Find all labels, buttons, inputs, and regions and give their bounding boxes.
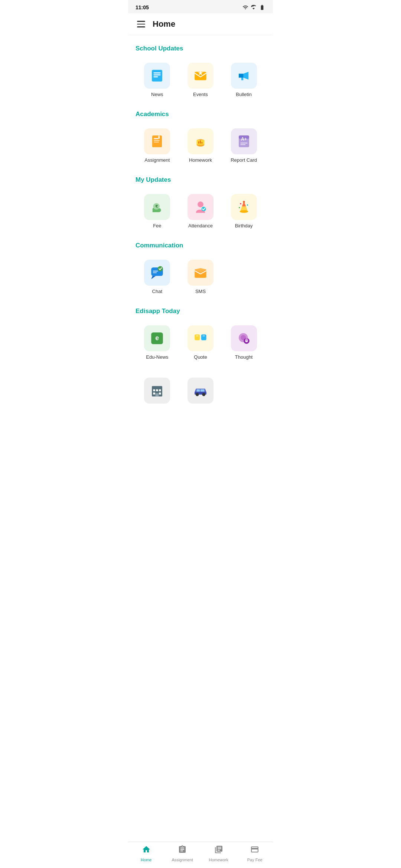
payfee-nav-icon: [250, 845, 259, 856]
quote-label: Quote: [194, 354, 207, 360]
main-content: School Updates News: [128, 35, 273, 444]
svg-point-28: [243, 201, 245, 203]
svg-point-24: [198, 201, 203, 207]
status-icons: [242, 4, 265, 10]
nav-assignment[interactable]: Assignment: [164, 845, 201, 862]
status-time: 11:05: [136, 4, 149, 10]
assignment-icon: [144, 128, 170, 154]
attendance-label: Attendance: [188, 223, 213, 228]
nav-payfee-label: Pay Fee: [247, 858, 263, 862]
svg-rect-9: [154, 142, 159, 142]
svg-rect-52: [156, 389, 158, 391]
nav-item-building[interactable]: [136, 373, 179, 411]
status-bar: 11:05: [128, 0, 273, 13]
school-updates-grid: News Events: [136, 58, 265, 102]
svg-rect-37: [153, 272, 157, 273]
svg-rect-15: [200, 140, 201, 144]
nav-item-quote[interactable]: " " Quote: [179, 321, 222, 364]
signal-icon: [251, 4, 257, 10]
hamburger-menu[interactable]: [136, 19, 147, 29]
svg-rect-7: [154, 138, 159, 139]
svg-marker-34: [151, 276, 156, 279]
nav-item-news[interactable]: News: [136, 58, 179, 102]
svg-text:₹: ₹: [155, 204, 158, 209]
svg-point-58: [196, 393, 199, 396]
edisapp-today-grid: e Edu-News " " Quote: [136, 321, 265, 364]
edunews-icon: e: [144, 325, 170, 351]
svg-rect-2: [154, 75, 161, 76]
homework-label: Homework: [189, 157, 212, 163]
nav-assignment-label: Assignment: [172, 858, 193, 862]
birthday-label: Birthday: [235, 223, 253, 228]
edunews-label: Edu-News: [146, 354, 168, 360]
section-title-school-updates: School Updates: [136, 45, 265, 52]
birthday-icon: [231, 194, 257, 220]
wifi-icon: [242, 4, 248, 10]
section-title-academics: Academics: [136, 111, 265, 118]
communication-grid: Chat SMS: [136, 255, 265, 299]
nav-item-thought[interactable]: Thought: [222, 321, 265, 364]
nav-homework[interactable]: Homework: [200, 845, 237, 862]
vehicle-icon: [188, 378, 213, 404]
homework-icon: [188, 128, 213, 154]
thought-label: Thought: [235, 354, 253, 360]
svg-rect-55: [159, 392, 161, 394]
building-icon: [144, 378, 170, 404]
nav-homework-label: Homework: [209, 858, 228, 862]
nav-item-vehicle[interactable]: [179, 373, 222, 411]
homework-nav-icon: [214, 845, 223, 856]
quote-icon: " ": [188, 325, 213, 351]
section-more-items: [128, 367, 273, 414]
section-academics: Academics Assignment: [128, 105, 273, 170]
section-my-updates: My Updates ₹ Fee: [128, 170, 273, 236]
svg-rect-53: [159, 389, 161, 391]
nav-item-assignment[interactable]: Assignment: [136, 124, 179, 167]
thought-icon: [231, 325, 257, 351]
nav-payfee[interactable]: Pay Fee: [237, 845, 273, 862]
nav-item-bulletin[interactable]: Bulletin: [222, 58, 265, 102]
section-title-my-updates: My Updates: [136, 176, 265, 184]
more-items-grid: [136, 373, 265, 411]
svg-point-31: [247, 204, 248, 206]
fee-icon: ₹: [144, 194, 170, 220]
academics-grid: Assignment Homework: [136, 124, 265, 167]
section-school-updates: School Updates News: [128, 39, 273, 105]
svg-rect-60: [196, 389, 200, 392]
nav-item-birthday[interactable]: Birthday: [222, 190, 265, 233]
chat-icon: [144, 260, 170, 286]
nav-home-label: Home: [141, 858, 151, 862]
svg-point-32: [239, 207, 240, 208]
events-label: Events: [193, 92, 208, 97]
nav-item-attendance[interactable]: Attendance: [179, 190, 222, 233]
nav-home[interactable]: Home: [128, 845, 164, 862]
svg-text:A+: A+: [241, 137, 247, 142]
nav-item-homework[interactable]: Homework: [179, 124, 222, 167]
battery-icon: [259, 4, 265, 10]
news-label: News: [151, 92, 163, 97]
nav-item-sms[interactable]: SMS: [179, 255, 222, 299]
nav-item-reportcard[interactable]: A+ Report Card: [222, 124, 265, 167]
nav-item-edunews[interactable]: e Edu-News: [136, 321, 179, 364]
nav-item-chat[interactable]: Chat: [136, 255, 179, 299]
svg-rect-1: [154, 72, 161, 73]
fee-label: Fee: [153, 223, 161, 228]
section-title-communication: Communication: [136, 242, 265, 249]
bulletin-icon: [231, 63, 257, 89]
attendance-icon: [188, 194, 213, 220]
nav-item-events[interactable]: Events: [179, 58, 222, 102]
svg-point-59: [202, 393, 205, 396]
home-nav-icon: [142, 845, 151, 856]
page-title: Home: [153, 19, 175, 29]
svg-rect-61: [200, 389, 205, 392]
svg-rect-3: [154, 76, 158, 78]
assignment-label: Assignment: [144, 157, 170, 163]
svg-rect-6: [152, 135, 162, 147]
nav-item-fee[interactable]: ₹ Fee: [136, 190, 179, 233]
svg-rect-16: [202, 142, 203, 144]
svg-text:": ": [202, 335, 205, 340]
svg-rect-56: [156, 393, 159, 397]
chat-label: Chat: [152, 289, 162, 294]
header: Home: [128, 13, 273, 35]
svg-rect-20: [240, 143, 247, 144]
svg-point-29: [239, 210, 248, 213]
